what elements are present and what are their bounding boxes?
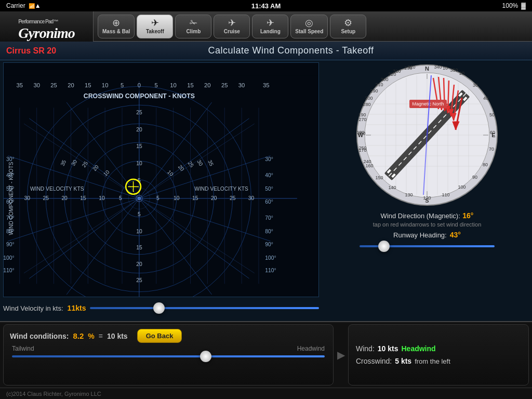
svg-text:20: 20 (211, 195, 217, 201)
wind-slider-track (90, 307, 319, 309)
crosswind-label: Crosswind: (356, 357, 392, 365)
headwind-label: Headwind (297, 345, 325, 352)
svg-text:300: 300 (380, 77, 388, 82)
wind-velocity-slider[interactable] (90, 303, 319, 313)
svg-text:50: 50 (489, 112, 495, 117)
nav-tab-icon-climb: ✁ (190, 18, 197, 28)
logo-perf-pad: Performance Pad™ (18, 19, 58, 24)
wind-chart-svg: 35 30 25 20 15 10 5 0 5 10 15 20 25 30 (4, 63, 318, 297)
svg-text:10: 10 (443, 65, 448, 71)
nav-tab-label-climb: Climb (186, 29, 201, 34)
footer-slider-track (12, 355, 325, 357)
svg-text:50°: 50° (265, 186, 273, 192)
svg-text:100: 100 (458, 184, 466, 190)
svg-text:10: 10 (102, 82, 109, 88)
status-bar: Carrier ▲ 11:43 AM 100% ▓ (0, 0, 532, 11)
nav-tab-cruise[interactable]: ✈Cruise (214, 15, 250, 38)
nav-tab-icon-stall-speed: ◎ (305, 18, 313, 28)
footer-slider-thumb[interactable] (200, 351, 211, 362)
crosswind-desc: from the left (415, 357, 450, 365)
svg-text:90°: 90° (265, 242, 273, 247)
svg-text:20: 20 (136, 261, 142, 267)
svg-text:250: 250 (358, 145, 366, 151)
wind-conditions-panel: Wind conditions: 8.2 % = 10 kts Go Back … (3, 324, 334, 385)
nav-tab-mass-bal[interactable]: ⊕Mass & Bal (98, 15, 135, 38)
runway-slider-track (360, 245, 495, 247)
svg-text:20: 20 (68, 82, 74, 88)
tailwind-label: Tailwind (12, 345, 34, 352)
logo-area: Performance Pad™ Gyronimo (0, 11, 94, 42)
nav-tab-label-takeoff: Takeoff (146, 29, 164, 34)
svg-text:15: 15 (192, 195, 198, 201)
wind-slider-thumb[interactable] (153, 302, 165, 314)
page-title: Calculate Wind Components - Takeoff (56, 45, 526, 56)
svg-text:290: 290 (370, 88, 378, 94)
svg-text:15: 15 (136, 143, 142, 149)
svg-text:130: 130 (405, 192, 413, 197)
nav-tab-icon-landing: ✈ (267, 18, 274, 28)
compass-info: Wind Direction (Magnetic): 16° tap on re… (373, 211, 482, 228)
go-back-button[interactable]: Go Back (137, 329, 182, 343)
svg-text:15: 15 (85, 82, 91, 88)
wind-label: Wind: (356, 344, 375, 353)
runway-heading-slider[interactable] (360, 241, 495, 251)
svg-text:280: 280 (363, 102, 370, 107)
nav-tab-icon-cruise: ✈ (228, 18, 236, 28)
svg-text:140: 140 (388, 185, 396, 190)
nav-tab-takeoff[interactable]: ✈Takeoff (137, 15, 173, 38)
right-section: N S E W 10 20 30 40 50 60 70 (322, 60, 532, 321)
wind-conditions-label: Wind conditions: (10, 332, 69, 340)
wind-result-panel: Wind: 10 kts Headwind Crosswind: 5 kts f… (348, 324, 529, 385)
carrier-label: Carrier (6, 2, 25, 9)
svg-text:340: 340 (434, 64, 442, 70)
aircraft-name: Cirrus SR 20 (6, 46, 56, 56)
svg-text:10: 10 (174, 195, 180, 201)
svg-text:310: 310 (393, 69, 401, 74)
svg-text:90°: 90° (6, 242, 15, 247)
nav-tab-landing[interactable]: ✈Landing (252, 15, 288, 38)
runway-slider-thumb[interactable] (378, 241, 390, 252)
svg-text:25: 25 (43, 195, 49, 201)
svg-text:320: 320 (407, 64, 415, 70)
nav-bar: Performance Pad™ Gyronimo ⊕Mass & Bal✈Ta… (0, 11, 532, 42)
nav-tab-label-cruise: Cruise (224, 29, 240, 34)
wind-type: Headwind (402, 344, 436, 353)
nav-tab-icon-mass-bal: ⊕ (112, 18, 120, 28)
wind-chart-container[interactable]: 35 30 25 20 15 10 5 0 5 10 15 20 25 30 (3, 62, 319, 297)
svg-text:15: 15 (136, 245, 142, 250)
battery-icon: ▓ (521, 2, 526, 9)
runway-heading-value: 43° (450, 231, 461, 239)
status-left: Carrier ▲ (6, 2, 41, 9)
svg-text:90: 90 (472, 175, 477, 180)
svg-text:35: 35 (17, 82, 23, 88)
panel-separator: ▶ (336, 324, 346, 385)
wind-conditions-pct: 8.2 (73, 331, 84, 340)
wind-result-row-2: Crosswind: 5 kts from the left (356, 357, 521, 365)
svg-text:30: 30 (238, 82, 245, 88)
wifi-icon: ▲ (29, 2, 41, 9)
wind-direction-row: Wind Direction (Magnetic): 16° (373, 211, 482, 220)
nav-tab-stall-speed[interactable]: ◎Stall Speed (290, 15, 328, 38)
svg-text:60°: 60° (265, 199, 273, 205)
svg-text:25: 25 (136, 277, 142, 283)
compass-container[interactable]: N S E W 10 20 30 40 50 60 70 (354, 62, 500, 208)
svg-text:240: 240 (363, 159, 371, 164)
wind-conditions-eq: = (99, 332, 103, 340)
svg-text:100°: 100° (4, 255, 15, 261)
nav-tab-climb[interactable]: ✁Climb (175, 15, 211, 38)
svg-text:10: 10 (136, 229, 142, 234)
page-header: Cirrus SR 20 Calculate Wind Components -… (0, 42, 532, 60)
wind-direction-label: Wind Direction (Magnetic): (381, 212, 460, 220)
nav-tabs: ⊕Mass & Bal✈Takeoff✁Climb✈Cruise✈Landing… (94, 11, 532, 41)
content-area: 35 30 25 20 15 10 5 0 5 10 15 20 25 30 (0, 60, 532, 321)
svg-text:150: 150 (375, 175, 383, 180)
svg-text:15: 15 (187, 82, 194, 88)
svg-text:25: 25 (221, 82, 228, 88)
svg-text:Magnetic North: Magnetic North (412, 101, 444, 107)
svg-text:100°: 100° (265, 255, 276, 261)
nav-tab-label-stall-speed: Stall Speed (295, 29, 323, 34)
svg-text:5: 5 (119, 195, 122, 201)
nav-tab-setup[interactable]: ⚙Setup (330, 15, 366, 38)
wind-conditions-slider[interactable] (10, 354, 327, 358)
svg-text:60: 60 (490, 130, 495, 135)
